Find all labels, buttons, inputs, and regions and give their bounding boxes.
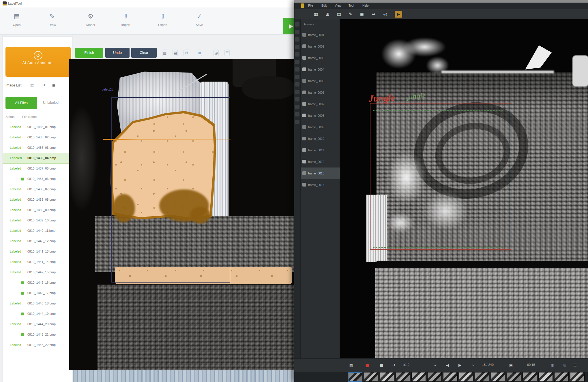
toolbar-button-import[interactable]: ⇩Import bbox=[113, 12, 138, 31]
list-item[interactable]: Labeled0810_1435_01.bmp bbox=[3, 122, 72, 132]
rail-tool-icon[interactable] bbox=[295, 52, 299, 57]
settings-icon[interactable]: ☰ bbox=[572, 362, 578, 368]
list-item[interactable]: Labeled0810_1440_12.bmp bbox=[3, 236, 72, 246]
list-item[interactable]: Labeled0810_1439_09.bmp bbox=[3, 205, 72, 215]
frame-list-item[interactable]: frame_0014 bbox=[301, 179, 340, 191]
bounding-box-green-dashed[interactable] bbox=[373, 110, 503, 248]
toolbar-button-export[interactable]: ⇧Export bbox=[150, 12, 175, 31]
list-item[interactable]: Labeled0810_1444_20.bmp bbox=[3, 319, 72, 330]
marker-icon[interactable]: ▣ bbox=[508, 362, 514, 368]
frame-list-item[interactable]: frame_0005 bbox=[301, 75, 340, 87]
rail-tool-icon[interactable] bbox=[295, 37, 299, 42]
filmstrip-thumbnail[interactable] bbox=[411, 372, 426, 382]
zoom-ratio-chip[interactable]: 1:1 bbox=[183, 50, 189, 56]
record-icon[interactable]: ● bbox=[364, 362, 370, 368]
frame-list-item[interactable]: frame_0006 bbox=[301, 87, 340, 98]
list-item[interactable]: Labeled0810_1445_22.bmp bbox=[3, 340, 72, 350]
next-frame-icon[interactable]: ▶ bbox=[457, 362, 463, 368]
menu-tool[interactable]: Tool bbox=[349, 4, 354, 7]
filmstrip-thumbnail[interactable] bbox=[554, 372, 569, 382]
list-item[interactable]: Labeled0810_1438_08.bmp bbox=[3, 195, 72, 205]
menu-edit[interactable]: Edit bbox=[321, 4, 327, 7]
frame-list-item[interactable]: frame_0003 bbox=[301, 52, 340, 64]
measure-line-orange[interactable] bbox=[103, 139, 231, 140]
draw-box-icon[interactable]: ✎ bbox=[347, 11, 354, 17]
add-frame-icon[interactable]: ⊞ bbox=[324, 11, 331, 17]
filmstrip-thumbnail[interactable] bbox=[475, 372, 489, 382]
filter-all-files-button[interactable]: All Files bbox=[5, 97, 37, 109]
loop-icon[interactable]: ↺ bbox=[391, 362, 397, 368]
toolbar-button-model[interactable]: ⚙Model bbox=[78, 12, 103, 31]
list-item[interactable]: Labeled0810_1437_05.bmp bbox=[3, 163, 72, 174]
prev-frame-icon[interactable]: ◀ bbox=[444, 362, 451, 368]
filmstrip-thumbnail[interactable] bbox=[570, 372, 585, 382]
rail-tool-icon[interactable] bbox=[295, 112, 299, 116]
menu-help[interactable]: Help bbox=[362, 4, 369, 7]
list-item[interactable]: 0810_1444_19.bmp bbox=[3, 309, 72, 319]
clear-annotation-button[interactable]: Clear bbox=[131, 48, 157, 58]
list-item[interactable]: Labeled0810_1441_13.bmp bbox=[3, 246, 72, 257]
frame-list-item[interactable]: frame_0002 bbox=[301, 41, 340, 52]
layer-toggle-icon[interactable]: ▥ bbox=[162, 50, 167, 56]
filmstrip-thumbnail[interactable] bbox=[459, 372, 473, 382]
frame-list-item[interactable]: frame_0001 bbox=[301, 29, 340, 41]
stop-icon[interactable]: ■ bbox=[379, 362, 385, 368]
filmstrip-thumbnail[interactable] bbox=[491, 372, 505, 382]
list-item[interactable]: Labeled0810_1436_04.bmp bbox=[3, 153, 72, 163]
frame-list-item[interactable]: frame_0009 bbox=[301, 121, 340, 133]
filmstrip-thumbnail[interactable] bbox=[348, 372, 362, 382]
first-frame-icon[interactable]: « bbox=[432, 362, 439, 368]
more-options-icon[interactable]: ⋮ bbox=[61, 83, 65, 88]
filmstrip-thumbnail[interactable] bbox=[427, 372, 442, 382]
mask-toggle-icon[interactable]: ▤ bbox=[173, 50, 178, 56]
rail-tool-icon[interactable] bbox=[295, 45, 299, 49]
fullscreen-icon[interactable]: ⊞ bbox=[562, 362, 568, 368]
filmstrip-thumbnail[interactable] bbox=[443, 372, 458, 382]
rail-tool-icon[interactable] bbox=[295, 120, 299, 124]
filmstrip-thumbnail[interactable] bbox=[523, 372, 537, 382]
list-item[interactable]: Labeled0810_1441_14.bmp bbox=[3, 257, 72, 267]
filmstrip-thumbnail[interactable] bbox=[396, 372, 410, 382]
frame-list-item[interactable]: frame_0007 bbox=[301, 98, 340, 110]
right-annotation-canvas[interactable]: Jungle jungle bbox=[340, 19, 588, 358]
finish-annotation-button[interactable]: Finish bbox=[75, 48, 103, 58]
toolbar-button-draw[interactable]: ✎Draw bbox=[40, 12, 65, 31]
frame-list-item[interactable]: frame_0008 bbox=[301, 110, 340, 121]
list-item[interactable]: Labeled0810_1436_03.bmp bbox=[3, 143, 72, 153]
list-panel-icon[interactable]: ▤ bbox=[336, 11, 342, 17]
frame-list-item[interactable]: frame_0004 bbox=[301, 64, 340, 75]
rail-tool-icon[interactable] bbox=[295, 75, 299, 79]
toolbar-button-save[interactable]: ✓Save bbox=[187, 12, 212, 31]
grid-view-icon[interactable]: ▦ bbox=[51, 83, 56, 88]
rail-tool-icon[interactable] bbox=[295, 105, 299, 109]
rail-tool-icon[interactable] bbox=[295, 30, 299, 34]
list-item[interactable]: Labeled0810_1440_11.bmp bbox=[3, 226, 72, 236]
rail-tool-icon[interactable] bbox=[295, 82, 299, 86]
filmstrip-thumbnail[interactable] bbox=[538, 372, 553, 382]
magnifier-icon[interactable]: ◎ bbox=[214, 50, 219, 56]
rail-tool-icon[interactable] bbox=[295, 97, 299, 101]
grid-overlay-icon[interactable]: ▥ bbox=[549, 362, 556, 368]
ai-auto-annotate-button[interactable]: ↺ AI Auto Annotate bbox=[5, 47, 71, 77]
menu-file[interactable]: File bbox=[308, 4, 313, 7]
active-tool-button[interactable]: ▶ bbox=[395, 11, 402, 18]
left-thumbnail-strip[interactable] bbox=[73, 370, 294, 382]
snapshot-icon[interactable]: ▦ bbox=[348, 362, 354, 368]
toolbar-button-open[interactable]: ▤Open bbox=[4, 12, 29, 31]
zoom-tool-icon[interactable]: ◎ bbox=[382, 11, 388, 17]
left-annotation-canvas[interactable]: defect01 bbox=[69, 59, 300, 370]
fit-view-icon[interactable]: ⊞ bbox=[197, 50, 202, 56]
list-item[interactable]: Labeled0810_1438_07.bmp bbox=[3, 184, 72, 195]
rail-tool-icon[interactable] bbox=[295, 60, 299, 64]
rail-tool-icon[interactable] bbox=[295, 22, 299, 27]
filmstrip-thumbnail[interactable] bbox=[507, 372, 521, 382]
frame-list-item[interactable]: frame_0010 bbox=[301, 133, 340, 144]
frame-list-item[interactable]: frame_0011 bbox=[301, 144, 340, 156]
list-item[interactable]: Labeled0810_1439_10.bmp bbox=[3, 215, 72, 226]
undo-annotation-button[interactable]: Undo bbox=[105, 48, 130, 58]
bounding-box-blue[interactable] bbox=[111, 97, 230, 283]
frame-list-item[interactable]: frame_0012 bbox=[301, 156, 340, 168]
frame-list-item[interactable]: frame_0013 bbox=[301, 168, 340, 179]
settings-list-icon[interactable]: ☰ bbox=[224, 50, 230, 56]
filmstrip-thumbnail[interactable] bbox=[380, 372, 394, 382]
